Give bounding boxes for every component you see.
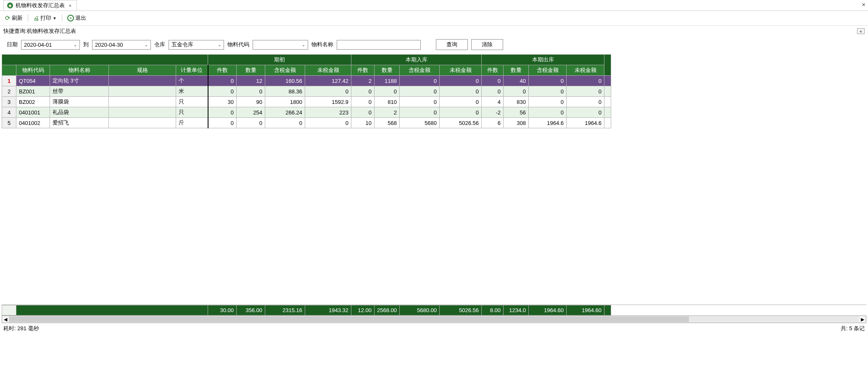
date-from-combo[interactable]: ⌄ — [21, 40, 80, 50]
cell[interactable] — [109, 76, 176, 86]
table-row[interactable]: 2BZ001丝带米0088.36000000000 — [2, 86, 611, 97]
cell[interactable] — [604, 118, 611, 128]
cell[interactable]: 0401001 — [16, 107, 50, 118]
cell[interactable]: 0 — [440, 76, 482, 86]
cell[interactable]: 56 — [504, 107, 529, 118]
window-close-icon[interactable]: × — [862, 1, 865, 8]
cell[interactable]: 10 — [351, 118, 375, 128]
cell[interactable]: 0 — [440, 97, 482, 107]
table-row[interactable]: 3BZ002薄膜袋只309018001592.9081000483000 — [2, 97, 611, 107]
date-from-input[interactable] — [21, 40, 71, 49]
col-out-tax[interactable]: 含税金额 — [529, 65, 567, 76]
cell[interactable]: 礼品袋 — [50, 107, 109, 118]
cell[interactable]: 0 — [305, 118, 351, 128]
refresh-button[interactable]: ⟳ 刷新 — [3, 13, 24, 23]
cell[interactable]: 160.56 — [265, 76, 305, 86]
warehouse-input[interactable] — [169, 40, 215, 49]
cell[interactable]: 0 — [529, 97, 567, 107]
cell[interactable]: 5680 — [400, 118, 440, 128]
cell[interactable]: 1188 — [375, 76, 400, 86]
cell[interactable] — [109, 86, 176, 97]
cell[interactable]: 0 — [208, 118, 237, 128]
col-spec[interactable]: 规格 — [109, 65, 176, 76]
cell[interactable]: 0 — [529, 86, 567, 97]
cell[interactable]: 0 — [208, 86, 237, 97]
cell[interactable]: 127.42 — [305, 76, 351, 86]
cell[interactable]: 2 — [375, 107, 400, 118]
cell[interactable]: 爱招飞 — [50, 118, 109, 128]
cell[interactable]: 0 — [237, 86, 265, 97]
cell[interactable]: 0 — [208, 107, 237, 118]
cell[interactable]: 254 — [237, 107, 265, 118]
scroll-track[interactable] — [9, 316, 859, 322]
cell[interactable]: 12 — [237, 76, 265, 86]
chevron-down-icon[interactable]: ⌄ — [299, 42, 308, 47]
data-grid[interactable]: 期初 本期入库 本期出库 物料代码 物料名称 规格 计量单位 件数 数量 含税金… — [2, 54, 611, 128]
cell[interactable]: 0 — [567, 107, 604, 118]
cell[interactable]: 0 — [567, 97, 604, 107]
matcode-input[interactable] — [253, 40, 299, 49]
cell[interactable]: QT054 — [16, 76, 50, 86]
chevron-down-icon[interactable]: ⌄ — [215, 42, 224, 47]
cell[interactable]: 568 — [375, 118, 400, 128]
cell[interactable]: 2 — [351, 76, 375, 86]
cell[interactable]: 0 — [482, 86, 504, 97]
cell[interactable]: 丝带 — [50, 86, 109, 97]
cell[interactable]: 0 — [504, 86, 529, 97]
cell[interactable] — [109, 118, 176, 128]
col-unit[interactable]: 计量单位 — [176, 65, 208, 76]
cell[interactable]: 0 — [400, 107, 440, 118]
cell[interactable] — [604, 97, 611, 107]
cell[interactable] — [109, 107, 176, 118]
col-out-pieces[interactable]: 件数 — [482, 65, 504, 76]
cell[interactable]: 0 — [440, 86, 482, 97]
clear-button[interactable]: 清除 — [471, 39, 503, 50]
cell[interactable]: 5 — [2, 118, 16, 128]
table-row[interactable]: 1QT054定向轮 3寸个012160.56127.42211880004000 — [2, 76, 611, 86]
exit-button[interactable]: × 退出 — [66, 13, 88, 23]
cell[interactable]: -2 — [482, 107, 504, 118]
cell[interactable]: 6 — [482, 118, 504, 128]
cell[interactable]: 1 — [2, 76, 16, 86]
cell[interactable]: 0 — [440, 107, 482, 118]
cell[interactable]: 30 — [208, 97, 237, 107]
col-out-notax[interactable]: 未税金额 — [567, 65, 604, 76]
search-button[interactable]: 查询 — [436, 39, 468, 50]
cell[interactable]: 1964.6 — [529, 118, 567, 128]
collapse-button[interactable]: « — [857, 28, 865, 34]
cell[interactable]: 0 — [305, 86, 351, 97]
cell[interactable]: 只 — [176, 97, 208, 107]
print-button[interactable]: 🖨 打印 ▼ — [32, 13, 58, 23]
table-row[interactable]: 50401002爱招飞斤00001056856805026.5663081964… — [2, 118, 611, 128]
cell[interactable]: 0 — [529, 76, 567, 86]
cell[interactable]: 斤 — [176, 118, 208, 128]
scroll-thumb[interactable] — [9, 316, 689, 322]
cell[interactable] — [109, 97, 176, 107]
scroll-left-icon[interactable]: ◀ — [2, 316, 9, 323]
cell[interactable]: 米 — [176, 86, 208, 97]
cell[interactable]: 223 — [305, 107, 351, 118]
cell[interactable]: 4 — [482, 97, 504, 107]
cell[interactable]: 0 — [375, 86, 400, 97]
date-to-input[interactable] — [92, 40, 142, 49]
cell[interactable]: 3 — [2, 97, 16, 107]
cell[interactable]: 0 — [567, 86, 604, 97]
col-op-qty[interactable]: 数量 — [237, 65, 265, 76]
cell[interactable]: 308 — [504, 118, 529, 128]
cell[interactable]: 个 — [176, 76, 208, 86]
cell[interactable]: 266.24 — [265, 107, 305, 118]
cell[interactable]: 40 — [504, 76, 529, 86]
col-matname[interactable]: 物料名称 — [50, 65, 109, 76]
cell[interactable]: 0 — [482, 76, 504, 86]
col-in-tax[interactable]: 含税金额 — [400, 65, 440, 76]
cell[interactable]: 1592.9 — [305, 97, 351, 107]
tab-report[interactable]: ◉ 机物料收发存汇总表 × — [3, 0, 77, 11]
cell[interactable]: 88.36 — [265, 86, 305, 97]
cell[interactable]: 0 — [265, 118, 305, 128]
cell[interactable]: 4 — [2, 107, 16, 118]
matcode-combo[interactable]: ⌄ — [253, 40, 308, 50]
chevron-down-icon[interactable]: ⌄ — [142, 42, 150, 47]
cell[interactable]: 只 — [176, 107, 208, 118]
cell[interactable]: BZ002 — [16, 97, 50, 107]
cell[interactable]: BZ001 — [16, 86, 50, 97]
